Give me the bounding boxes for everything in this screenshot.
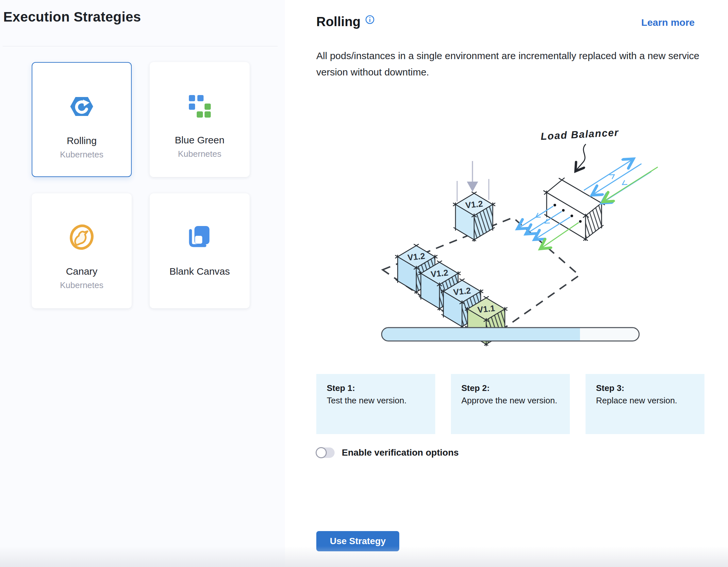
page-title: Execution Strategies <box>3 9 141 25</box>
svg-text:V1.1: V1.1 <box>477 303 495 314</box>
verification-toggle-label: Enable verification options <box>342 447 459 458</box>
svg-text:V1.2: V1.2 <box>465 199 483 210</box>
strategy-sublabel: Kubernetes <box>178 149 222 159</box>
canary-bird-icon <box>68 223 95 252</box>
rollout-progress-fill <box>382 327 580 341</box>
strategy-label: Blank Canvas <box>169 266 230 277</box>
step-heading: Step 2: <box>461 382 559 393</box>
strategy-sublabel: Kubernetes <box>60 280 104 290</box>
strategy-card-blue-green[interactable]: Blue Green Kubernetes <box>150 62 250 177</box>
strategy-detail-panel: Rolling Learn more All pods/instances in… <box>285 0 728 567</box>
strategy-card-blank-canvas[interactable]: Blank Canvas <box>150 193 250 308</box>
step-text: Replace new version. <box>596 395 694 406</box>
divider <box>3 46 278 46</box>
step-text: Test the new version. <box>327 395 425 406</box>
strategy-label: Canary <box>66 266 98 277</box>
strategy-label: Blue Green <box>175 135 224 146</box>
execution-strategies-panel: Execution Strategies Rolling Kubernetes <box>0 0 285 567</box>
strategy-sublabel: Kubernetes <box>60 150 104 160</box>
strategy-steps: Step 1: Test the new version. Step 2: Ap… <box>316 374 704 434</box>
step-card-1: Step 1: Test the new version. <box>316 374 435 434</box>
toggle-knob <box>316 447 327 458</box>
verification-toggle-row: Enable verification options <box>316 447 459 458</box>
svg-text:V1.2: V1.2 <box>430 268 449 279</box>
blank-canvas-icon <box>186 223 213 252</box>
strategy-description: All pods/instances in a single environme… <box>316 48 700 80</box>
strategy-card-canary[interactable]: Canary Kubernetes <box>32 193 132 308</box>
info-icon[interactable] <box>365 15 374 25</box>
step-card-3: Step 3: Replace new version. <box>586 374 704 434</box>
svg-text:V1.2: V1.2 <box>453 285 471 297</box>
load-balancer-pointer-arrow <box>576 144 586 171</box>
strategy-card-rolling[interactable]: Rolling Kubernetes <box>32 62 132 177</box>
detail-title: Rolling <box>316 14 361 29</box>
rolling-refresh-hexagon-icon <box>69 92 94 121</box>
step-card-2: Step 2: Approve the new version. <box>451 374 570 434</box>
detail-header: Rolling Learn more <box>316 14 695 29</box>
strategy-label: Rolling <box>67 135 97 146</box>
verification-toggle[interactable] <box>316 447 335 458</box>
learn-more-link[interactable]: Learn more <box>641 17 695 28</box>
use-strategy-button[interactable]: Use Strategy <box>316 531 399 551</box>
step-heading: Step 1: <box>327 382 425 393</box>
rollout-progress-bar <box>382 327 639 341</box>
load-balancer-box <box>544 178 604 241</box>
step-text: Approve the new version. <box>461 395 559 406</box>
load-balancer-label: Load Balancer <box>540 127 619 142</box>
svg-text:V1.2: V1.2 <box>407 251 425 262</box>
blue-green-squares-icon <box>187 92 213 120</box>
rolling-strategy-illustration: Load Balancer V1.2V1.2V1.2V1.1 V1.2 <box>372 108 660 349</box>
step-heading: Step 3: <box>596 382 694 393</box>
